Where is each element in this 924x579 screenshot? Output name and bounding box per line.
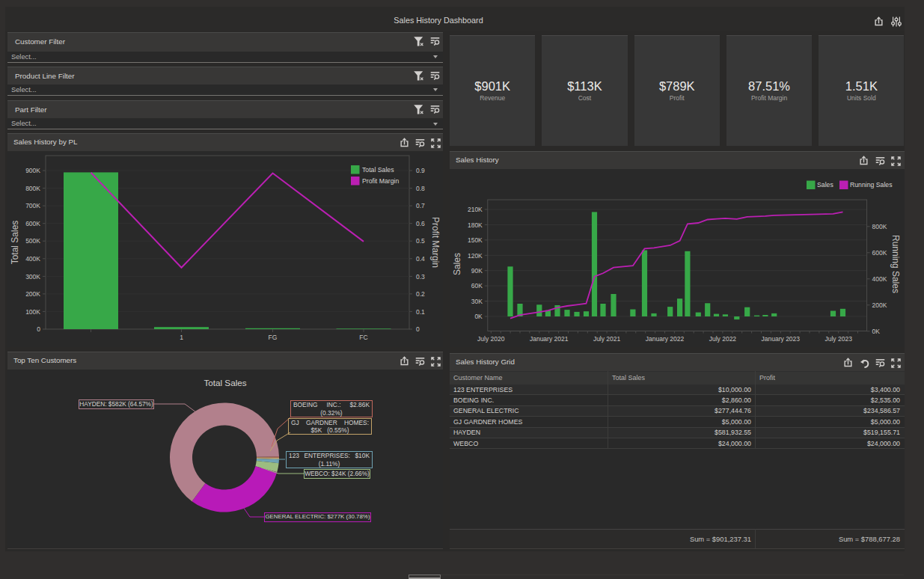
svg-text:January 2021: January 2021 bbox=[530, 335, 569, 343]
svg-text:0.7: 0.7 bbox=[416, 202, 425, 209]
svg-text:Sales: Sales bbox=[817, 181, 833, 189]
svg-text:Total Sales: Total Sales bbox=[10, 221, 20, 265]
svg-text:120K: 120K bbox=[468, 252, 483, 260]
svg-text:150K: 150K bbox=[468, 236, 483, 244]
svg-text:0.8: 0.8 bbox=[416, 185, 425, 192]
svg-text:FC: FC bbox=[359, 334, 367, 341]
svg-text:July 2022: July 2022 bbox=[709, 335, 737, 343]
svg-text:600K: 600K bbox=[872, 249, 887, 257]
svg-text:100K: 100K bbox=[25, 308, 40, 316]
svg-text:500K: 500K bbox=[25, 237, 40, 245]
svg-text:July 2020: July 2020 bbox=[477, 335, 505, 343]
svg-text:200K: 200K bbox=[872, 301, 887, 309]
svg-text:180K: 180K bbox=[468, 221, 483, 229]
svg-text:900K: 900K bbox=[25, 167, 40, 174]
svg-text:FG: FG bbox=[269, 334, 278, 341]
svg-text:July 2021: July 2021 bbox=[593, 335, 621, 343]
svg-text:0: 0 bbox=[37, 325, 40, 333]
svg-text:July 2023: July 2023 bbox=[825, 335, 853, 343]
svg-text:Running Sales: Running Sales bbox=[890, 235, 901, 293]
svg-text:400K: 400K bbox=[25, 255, 40, 263]
svg-text:0.5: 0.5 bbox=[416, 237, 425, 245]
svg-text:0K: 0K bbox=[474, 313, 483, 320]
svg-text:0.6: 0.6 bbox=[416, 220, 425, 227]
svg-text:210K: 210K bbox=[468, 206, 483, 213]
svg-text:0.9: 0.9 bbox=[416, 167, 425, 174]
svg-text:90K: 90K bbox=[471, 267, 483, 275]
svg-text:300K: 300K bbox=[25, 273, 40, 281]
svg-text:0.3: 0.3 bbox=[416, 273, 425, 281]
svg-text:Running Sales: Running Sales bbox=[850, 181, 893, 189]
svg-text:0.1: 0.1 bbox=[416, 308, 425, 316]
svg-text:800K: 800K bbox=[25, 185, 40, 192]
svg-text:0.2: 0.2 bbox=[416, 290, 425, 298]
svg-text:700K: 700K bbox=[25, 202, 40, 209]
svg-text:January 2023: January 2023 bbox=[762, 335, 801, 343]
svg-text:Sales: Sales bbox=[452, 253, 462, 275]
svg-text:Profit Margin: Profit Margin bbox=[430, 217, 441, 268]
svg-text:800K: 800K bbox=[872, 223, 887, 230]
svg-text:0K: 0K bbox=[872, 328, 881, 335]
svg-text:400K: 400K bbox=[872, 275, 887, 283]
svg-text:600K: 600K bbox=[25, 220, 40, 227]
svg-text:Profit Margin: Profit Margin bbox=[362, 177, 399, 185]
svg-text:January 2022: January 2022 bbox=[646, 335, 685, 343]
svg-text:0.4: 0.4 bbox=[416, 255, 425, 263]
svg-text:0: 0 bbox=[416, 325, 420, 333]
svg-text:200K: 200K bbox=[25, 290, 40, 298]
svg-text:Total Sales: Total Sales bbox=[362, 166, 394, 174]
svg-text:Total Sales: Total Sales bbox=[204, 378, 246, 387]
svg-text:60K: 60K bbox=[471, 282, 483, 290]
svg-text:1: 1 bbox=[180, 334, 183, 341]
svg-text:30K: 30K bbox=[471, 298, 483, 305]
